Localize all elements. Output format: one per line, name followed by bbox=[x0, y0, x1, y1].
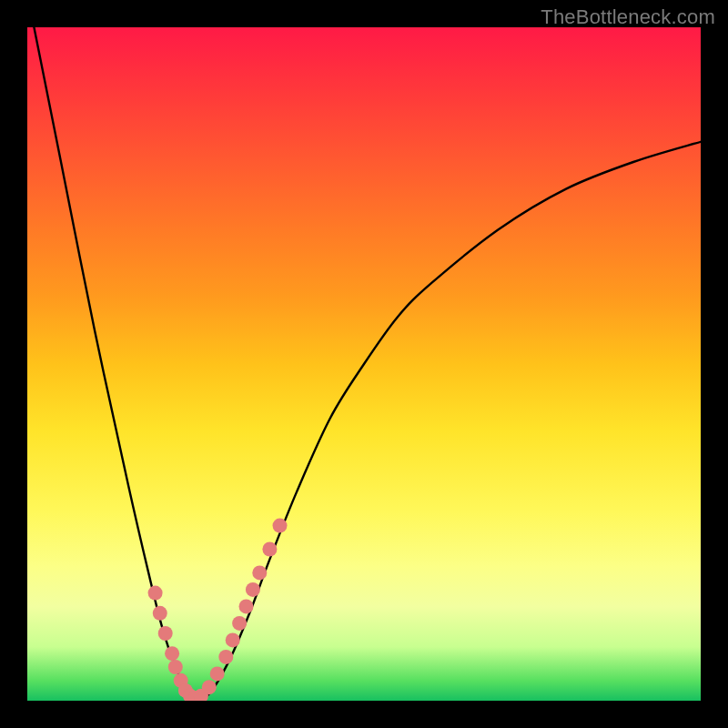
highlight-dot bbox=[218, 650, 233, 664]
highlight-dot bbox=[158, 626, 173, 641]
highlight-dot bbox=[262, 542, 277, 557]
curve-layer bbox=[27, 27, 701, 701]
highlight-dots bbox=[148, 519, 288, 701]
highlight-dot bbox=[168, 660, 183, 674]
highlight-dot bbox=[273, 519, 288, 533]
highlight-dot bbox=[210, 666, 225, 681]
highlight-dot bbox=[246, 582, 260, 597]
highlight-dot bbox=[252, 565, 267, 580]
highlight-dot bbox=[239, 599, 254, 613]
highlight-dot bbox=[148, 586, 163, 601]
watermark-text: TheBottleneck.com bbox=[541, 5, 715, 29]
bottleneck-curve bbox=[34, 27, 701, 701]
highlight-dot bbox=[165, 646, 179, 661]
highlight-dot bbox=[153, 606, 167, 621]
plot-frame bbox=[27, 27, 701, 701]
highlight-dot bbox=[232, 616, 247, 631]
highlight-dot bbox=[202, 680, 217, 694]
highlight-dot bbox=[226, 632, 240, 647]
